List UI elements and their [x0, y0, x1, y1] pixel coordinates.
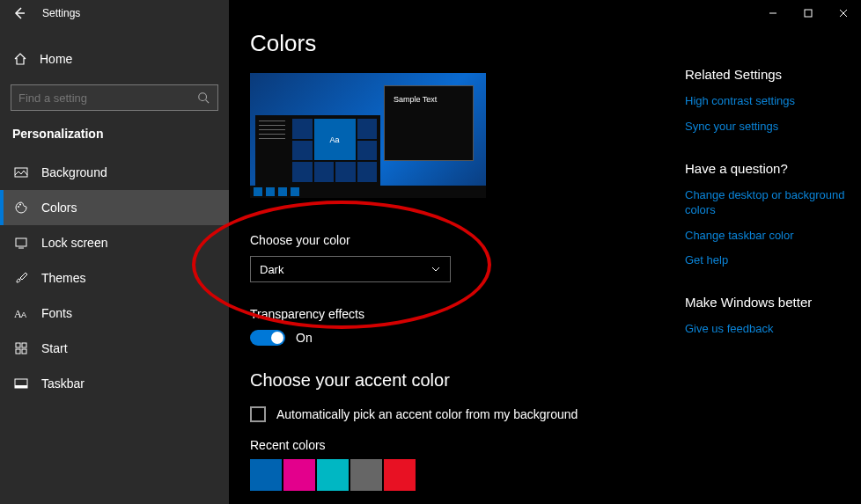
minimize-icon	[769, 9, 777, 18]
svg-rect-13	[805, 10, 812, 17]
preview-taskbar	[250, 186, 486, 198]
picture-icon	[13, 164, 29, 180]
transparency-toggle[interactable]	[250, 330, 285, 346]
auto-accent-checkbox[interactable]	[250, 406, 266, 422]
choose-color-dropdown[interactable]: Dark	[250, 256, 451, 282]
nav-label: Colors	[41, 201, 77, 215]
preview-start-menu: Aa	[255, 115, 380, 186]
recent-color-swatches	[250, 459, 664, 491]
recent-colors-label: Recent colors	[250, 438, 664, 452]
back-button[interactable]	[11, 4, 28, 22]
question-heading: Have a question?	[685, 161, 845, 176]
link-change-desktop-colors[interactable]: Change desktop or background colors	[685, 188, 845, 218]
section-title: Personalization	[0, 111, 229, 150]
sidebar-item-start[interactable]: Start	[0, 331, 229, 366]
color-swatch[interactable]	[317, 459, 349, 491]
close-button[interactable]	[826, 0, 861, 26]
home-icon	[13, 52, 27, 66]
link-get-help[interactable]: Get help	[685, 253, 845, 268]
color-swatch[interactable]	[250, 459, 282, 491]
right-pane: Related Settings High contrast settings …	[685, 0, 861, 504]
start-icon	[13, 340, 29, 356]
link-feedback[interactable]: Give us feedback	[685, 322, 845, 337]
nav-label: Themes	[41, 271, 86, 285]
search-box[interactable]	[11, 84, 218, 111]
related-settings-heading: Related Settings	[685, 67, 845, 82]
font-icon: AA	[13, 305, 29, 321]
choose-color-value: Dark	[260, 263, 283, 276]
nav-label: Lock screen	[41, 236, 107, 250]
nav-label: Start	[41, 341, 68, 355]
svg-rect-10	[22, 349, 26, 354]
lockscreen-icon	[13, 235, 29, 251]
nav-label: Fonts	[41, 306, 72, 320]
search-input[interactable]	[18, 91, 196, 105]
sidebar-item-taskbar[interactable]: Taskbar	[0, 366, 229, 401]
preview-window: Sample Text	[384, 85, 474, 161]
title-bar	[755, 0, 861, 26]
svg-point-3	[19, 204, 21, 206]
svg-point-0	[199, 93, 207, 101]
accent-heading: Choose your accent color	[250, 370, 664, 391]
svg-rect-12	[15, 385, 27, 388]
svg-rect-7	[16, 343, 20, 347]
sidebar-item-lockscreen[interactable]: Lock screen	[0, 225, 229, 260]
auto-accent-label: Automatically pick an accent color from …	[276, 407, 578, 421]
theme-preview: Sample Text Aa	[250, 73, 486, 198]
nav-label: Background	[41, 165, 107, 179]
color-swatch[interactable]	[384, 459, 416, 491]
svg-rect-8	[22, 343, 26, 347]
maximize-icon	[804, 9, 813, 18]
sidebar-item-themes[interactable]: Themes	[0, 260, 229, 296]
main-area: Colors Sample Text Aa	[229, 0, 861, 504]
sidebar-item-home[interactable]: Home	[0, 42, 229, 76]
minimize-button[interactable]	[755, 0, 791, 26]
palette-icon	[13, 200, 29, 215]
taskbar-icon	[13, 376, 29, 391]
page-title: Colors	[250, 30, 664, 57]
back-arrow-icon	[12, 6, 26, 20]
choose-color-label: Choose your color	[250, 233, 664, 247]
home-label: Home	[40, 52, 72, 66]
svg-rect-9	[16, 349, 20, 354]
svg-text:A: A	[21, 310, 26, 319]
nav-label: Taskbar	[41, 376, 85, 391]
transparency-state: On	[296, 331, 313, 345]
maximize-button[interactable]	[791, 0, 826, 26]
nav-list: Background Colors Lock screen Themes AA …	[0, 155, 229, 401]
color-swatch[interactable]	[283, 459, 315, 491]
svg-rect-4	[16, 238, 26, 246]
preview-tile-aa: Aa	[314, 119, 356, 160]
preview-sample-text: Sample Text	[394, 95, 437, 104]
brush-icon	[13, 270, 29, 286]
close-icon	[839, 9, 848, 18]
transparency-label: Transparency effects	[250, 307, 664, 321]
svg-point-2	[18, 206, 19, 208]
sidebar-item-background[interactable]: Background	[0, 155, 229, 190]
sidebar-item-colors[interactable]: Colors	[0, 190, 229, 225]
search-icon	[196, 91, 210, 105]
app-title: Settings	[42, 7, 80, 19]
better-heading: Make Windows better	[685, 295, 845, 310]
link-change-taskbar-color[interactable]: Change taskbar color	[685, 229, 845, 244]
chevron-down-icon	[430, 264, 441, 274]
link-high-contrast[interactable]: High contrast settings	[685, 94, 845, 109]
link-sync-settings[interactable]: Sync your settings	[685, 120, 845, 135]
sidebar: Settings Home Personalization Background	[0, 0, 229, 504]
sidebar-item-fonts[interactable]: AA Fonts	[0, 296, 229, 331]
color-swatch[interactable]	[350, 459, 382, 491]
